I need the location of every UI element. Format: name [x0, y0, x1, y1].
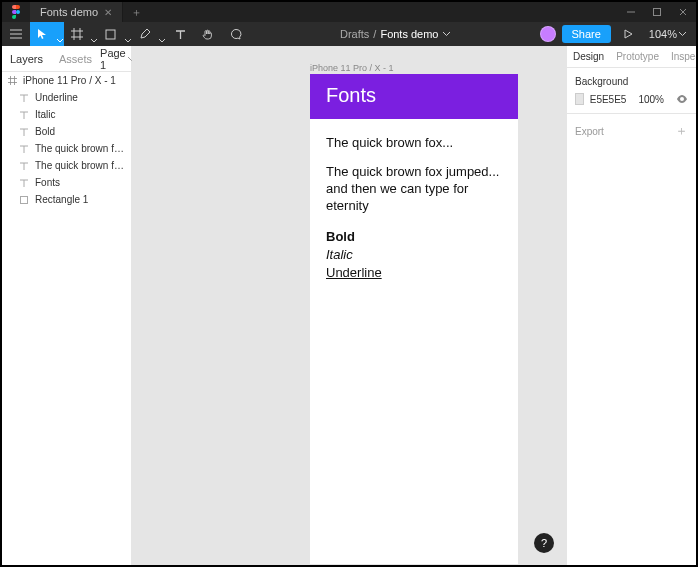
layer-item[interactable]: The quick brown fox jumped...... [2, 140, 131, 157]
text-icon [20, 128, 30, 136]
breadcrumb-sep: / [373, 28, 376, 40]
frame-tool[interactable] [64, 22, 98, 46]
canvas-text-line1[interactable]: The quick brown fox... [326, 135, 502, 150]
file-tab-label: Fonts demo [40, 6, 98, 18]
tab-assets[interactable]: Assets [51, 46, 100, 71]
background-title: Background [575, 76, 688, 87]
breadcrumb-current[interactable]: Fonts demo [380, 28, 438, 40]
export-section[interactable]: Export ＋ [567, 114, 696, 148]
layer-label: Fonts [35, 177, 60, 188]
canvas-text-italic[interactable]: Italic [326, 247, 502, 262]
layer-label: The quick brown fox... [35, 160, 125, 171]
pen-tool[interactable] [132, 22, 166, 46]
tab-layers[interactable]: Layers [2, 46, 51, 71]
main-toolbar: Drafts / Fonts demo Share 104% [2, 22, 696, 46]
add-export-icon[interactable]: ＋ [675, 122, 688, 140]
frame-icon [8, 76, 18, 85]
window-titlebar: Fonts demo ✕ ＋ [2, 2, 696, 22]
canvas-text-group: Bold Italic Underline [326, 229, 502, 280]
present-button[interactable] [617, 22, 639, 46]
layer-item[interactable]: Fonts [2, 174, 131, 191]
text-icon [20, 179, 30, 187]
tab-inspect[interactable]: Inspect [665, 46, 698, 67]
chevron-down-icon [91, 39, 97, 43]
help-button[interactable]: ? [534, 533, 554, 553]
window-close-icon[interactable] [670, 2, 696, 22]
tab-design[interactable]: Design [567, 46, 610, 67]
hand-tool[interactable] [194, 22, 222, 46]
window-minimize-icon[interactable] [618, 2, 644, 22]
menu-button[interactable] [2, 22, 30, 46]
tab-prototype[interactable]: Prototype [610, 46, 665, 67]
layer-item[interactable]: The quick brown fox... [2, 157, 131, 174]
move-tool[interactable] [30, 22, 64, 46]
svg-rect-3 [106, 30, 115, 39]
layer-label: The quick brown fox jumped...... [35, 143, 125, 154]
share-button[interactable]: Share [562, 25, 611, 43]
svg-rect-2 [654, 9, 661, 16]
figma-logo-icon[interactable] [2, 5, 30, 19]
layer-item[interactable]: Bold [2, 123, 131, 140]
new-tab-button[interactable]: ＋ [123, 5, 150, 20]
layer-frame[interactable]: iPhone 11 Pro / X - 1 [2, 72, 131, 89]
layer-label: Bold [35, 126, 55, 137]
chevron-down-icon [125, 39, 131, 43]
color-hex[interactable]: E5E5E5 [590, 94, 627, 105]
color-swatch[interactable] [575, 93, 584, 105]
background-row[interactable]: E5E5E5 100% [575, 93, 688, 105]
close-tab-icon[interactable]: ✕ [104, 7, 112, 18]
color-opacity[interactable]: 100% [638, 94, 664, 105]
canvas-text-underline[interactable]: Underline [326, 265, 502, 280]
layer-label: iPhone 11 Pro / X - 1 [23, 75, 116, 86]
avatar[interactable] [540, 26, 556, 42]
canvas-text-paragraph[interactable]: The quick brown fox jumped... and then w… [326, 164, 502, 215]
svg-rect-4 [21, 196, 28, 203]
layer-item[interactable]: Rectangle 1 [2, 191, 131, 208]
chevron-down-icon[interactable] [443, 32, 450, 36]
layers-panel: Layers Assets Page 1 iPhone 11 Pro / X -… [2, 46, 132, 565]
svg-point-0 [16, 10, 20, 14]
layer-label: Rectangle 1 [35, 194, 88, 205]
text-icon [20, 162, 30, 170]
layer-item[interactable]: Underline [2, 89, 131, 106]
export-title: Export [575, 126, 604, 137]
layer-label: Underline [35, 92, 78, 103]
chevron-down-icon [679, 32, 686, 36]
canvas[interactable]: iPhone 11 Pro / X - 1 Fonts The quick br… [132, 46, 566, 565]
text-icon [20, 145, 30, 153]
canvas-text-bold[interactable]: Bold [326, 229, 502, 244]
breadcrumb: Drafts / Fonts demo [250, 28, 540, 40]
text-icon [20, 111, 30, 119]
chevron-down-icon [57, 39, 63, 43]
inspector-panel: Design Prototype Inspect Background E5E5… [566, 46, 696, 565]
layer-item[interactable]: Italic [2, 106, 131, 123]
chevron-down-icon [159, 39, 165, 43]
visibility-icon[interactable] [676, 95, 688, 103]
shape-tool[interactable] [98, 22, 132, 46]
layer-label: Italic [35, 109, 56, 120]
artboard-label[interactable]: iPhone 11 Pro / X - 1 [310, 63, 394, 73]
file-tab[interactable]: Fonts demo ✕ [30, 2, 123, 22]
comment-tool[interactable] [222, 22, 250, 46]
background-section: Background E5E5E5 100% [567, 68, 696, 114]
zoom-value: 104% [649, 28, 677, 40]
window-maximize-icon[interactable] [644, 2, 670, 22]
text-icon [20, 94, 30, 102]
artboard[interactable]: Fonts The quick brown fox... The quick b… [310, 74, 518, 564]
breadcrumb-root[interactable]: Drafts [340, 28, 369, 40]
rectangle-icon [20, 196, 30, 204]
zoom-control[interactable]: 104% [645, 28, 690, 40]
page-label: Page 1 [100, 47, 126, 71]
canvas-header[interactable]: Fonts [310, 74, 518, 119]
text-tool[interactable] [166, 22, 194, 46]
